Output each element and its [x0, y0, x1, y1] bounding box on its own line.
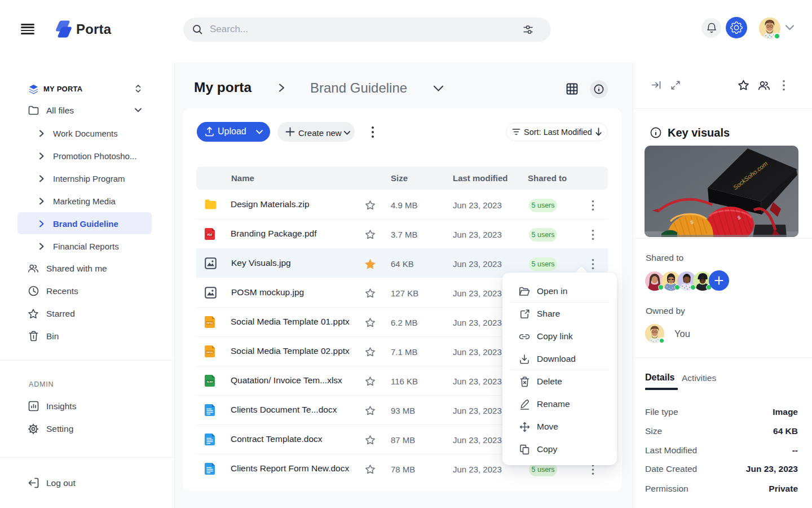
svg-text:XLSX: XLSX	[206, 380, 213, 383]
svg-text:PPTX: PPTX	[206, 321, 213, 324]
svg-text:PPTX: PPTX	[206, 351, 213, 353]
svg-text:PDF: PDF	[207, 233, 212, 236]
